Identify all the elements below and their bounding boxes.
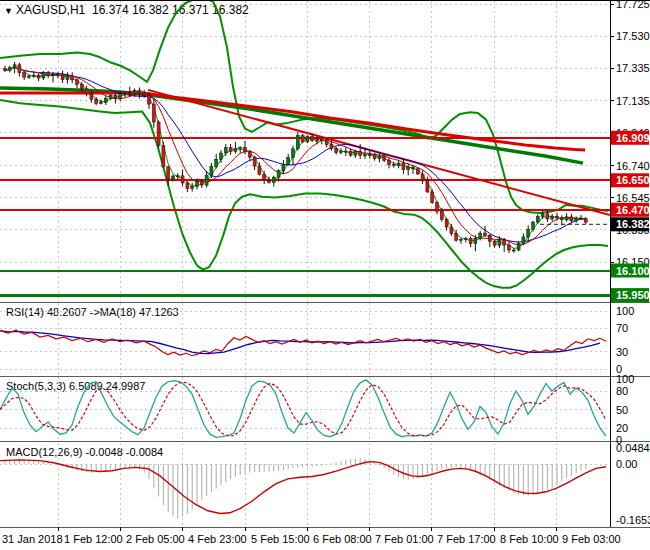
candle-down	[128, 93, 131, 94]
price-axis-label: 16.545	[616, 192, 650, 204]
candle-down	[167, 167, 170, 179]
time-axis-label: 9 Feb 03:00	[562, 533, 621, 545]
candle-up	[224, 148, 227, 153]
candle-down	[436, 203, 439, 212]
price-flag-label: 15.950	[616, 289, 650, 301]
candle-up	[340, 152, 343, 153]
candle-up	[344, 151, 347, 152]
candle-up	[474, 238, 477, 243]
price-axis[interactable]: 17.72517.53017.33517.13516.94016.74016.5…	[610, 0, 650, 526]
candle-up	[220, 153, 223, 159]
candle-up	[277, 171, 280, 178]
time-axis-label: 1 Feb 12:00	[64, 533, 123, 545]
candle-down	[263, 174, 266, 180]
candle-up	[234, 149, 237, 152]
time-axis-label: 7 Feb 17:00	[437, 533, 496, 545]
candle-up	[565, 217, 568, 220]
candle-up	[210, 167, 213, 176]
macd-axis-label: 0.00	[616, 458, 637, 470]
time-axis[interactable]: 31 Jan 20181 Feb 12:002 Feb 05:004 Feb 2…	[2, 527, 621, 545]
candle-up	[354, 151, 357, 155]
chart-canvas[interactable]: 17.72517.53017.33517.13516.94016.74016.5…	[0, 0, 650, 550]
price-flag-label: 16.382	[616, 218, 650, 230]
candle-up	[104, 99, 107, 103]
candle-down	[268, 181, 271, 183]
candle-down	[301, 136, 304, 142]
candle-up	[292, 149, 295, 158]
candle-down	[359, 151, 362, 155]
candle-down	[80, 84, 83, 88]
candle-down	[455, 234, 458, 241]
candle-down	[61, 75, 64, 80]
candle-down	[421, 174, 424, 180]
candle-down	[584, 219, 587, 222]
candle-up	[498, 240, 501, 245]
candle-down	[445, 219, 448, 227]
time-axis-label: 7 Feb 01:00	[375, 533, 434, 545]
candle-down	[311, 137, 314, 141]
candle-up	[575, 218, 578, 221]
rsi-axis-label: 70	[616, 322, 628, 334]
time-axis-label: 4 Feb 23:00	[188, 533, 247, 545]
candle-up	[66, 76, 69, 80]
candle-up	[460, 239, 463, 240]
candle-up	[464, 239, 467, 240]
candle-up	[272, 177, 275, 182]
candle-down	[493, 241, 496, 245]
candle-up	[52, 75, 55, 76]
candle-down	[560, 218, 563, 220]
candle-up	[541, 214, 544, 217]
price-axis-label: 16.740	[616, 160, 650, 172]
bollinger-lower-band	[0, 100, 608, 288]
candle-up	[522, 237, 525, 244]
candle-down	[546, 214, 549, 219]
candle-down	[114, 95, 117, 98]
time-axis-label: 5 Feb 15:00	[251, 533, 310, 545]
stoch-axis-label: 50	[616, 404, 628, 416]
candle-up	[532, 222, 535, 229]
candle-up	[479, 233, 482, 238]
time-axis-label: 31 Jan 2018	[2, 533, 63, 545]
price-flag-label: 16.100	[616, 265, 650, 277]
price-axis-label: 17.335	[616, 62, 650, 74]
candle-down	[71, 76, 74, 80]
candle-down	[23, 73, 26, 77]
candle-up	[517, 243, 520, 250]
candle-down	[138, 90, 141, 93]
candle-up	[215, 159, 218, 166]
candle-down	[229, 148, 232, 152]
candle-up	[287, 158, 290, 165]
candle-up	[13, 65, 16, 68]
candle-up	[196, 181, 199, 186]
candle-up	[320, 140, 323, 141]
candle-up	[397, 163, 400, 166]
candle-down	[580, 218, 583, 219]
candle-down	[556, 216, 559, 218]
candle-up	[133, 90, 136, 93]
macd-axis-label: 0.0484	[616, 442, 650, 454]
candle-down	[248, 152, 251, 157]
candle-up	[8, 67, 11, 70]
stoch-axis-label: 80	[616, 385, 628, 397]
candle-up	[172, 176, 175, 179]
rsi-axis-label: 30	[616, 346, 628, 358]
candle-down	[162, 146, 165, 167]
candle-down	[143, 93, 146, 96]
candle-up	[124, 93, 127, 94]
rsi-axis-label: 100	[616, 305, 634, 317]
candle-up	[28, 76, 31, 77]
candle-up	[527, 229, 530, 237]
candle-up	[100, 102, 103, 103]
time-axis-label: 6 Feb 08:00	[313, 533, 372, 545]
candle-down	[402, 163, 405, 170]
candle-down	[570, 217, 573, 221]
candle-up	[176, 176, 179, 177]
candle-down	[416, 169, 419, 174]
candle-down	[18, 65, 21, 73]
candle-down	[373, 154, 376, 158]
candle-up	[56, 75, 59, 76]
stoch-axis-label: 100	[616, 373, 634, 385]
candle-down	[90, 94, 93, 99]
price-flag-label: 16.470	[616, 204, 650, 216]
candle-down	[431, 192, 434, 203]
